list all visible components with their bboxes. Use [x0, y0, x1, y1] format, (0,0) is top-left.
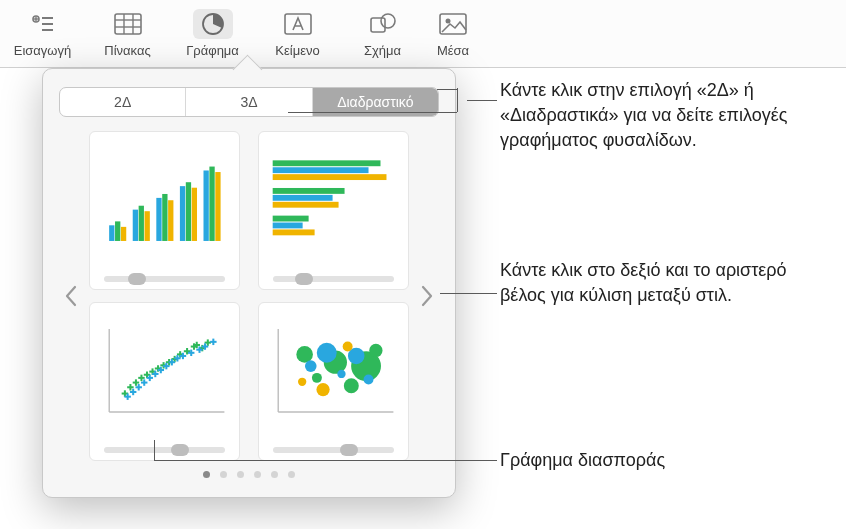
svg-rect-30	[209, 167, 214, 241]
toolbar-label: Μέσα	[437, 43, 469, 58]
svg-rect-32	[273, 160, 381, 166]
callout-scatter: Γράφημα διασποράς	[500, 448, 665, 473]
page-dot[interactable]	[271, 471, 278, 478]
segment-2d[interactable]: 2Δ	[60, 88, 186, 116]
page-dot[interactable]	[288, 471, 295, 478]
image-icon	[433, 9, 473, 39]
gallery-next-arrow[interactable]	[415, 276, 439, 316]
toolbar-label: Γράφημα	[186, 43, 239, 58]
svg-point-108	[312, 373, 322, 383]
table-icon	[108, 9, 148, 39]
svg-point-119	[316, 383, 329, 396]
toolbar-shape[interactable]: Σχήμα	[340, 0, 425, 67]
bubble-chart-icon	[269, 313, 398, 428]
svg-point-16	[446, 19, 451, 24]
chart-popover: 2Δ 3Δ Διαδραστικό	[42, 68, 456, 498]
toolbar-table[interactable]: Πίνακας	[85, 0, 170, 67]
toolbar-label: Πίνακας	[104, 43, 150, 58]
svg-rect-25	[168, 200, 173, 241]
svg-rect-37	[273, 202, 339, 208]
svg-rect-21	[139, 206, 144, 241]
svg-rect-36	[273, 195, 333, 201]
style-slider[interactable]	[273, 273, 394, 283]
svg-rect-6	[115, 14, 141, 34]
chart-tile-scatter[interactable]	[89, 302, 240, 461]
chart-tile-bubble[interactable]	[258, 302, 409, 461]
vertical-bar-chart-icon	[100, 142, 229, 257]
svg-rect-38	[273, 216, 309, 222]
svg-rect-17	[109, 225, 114, 241]
pie-chart-icon	[193, 9, 233, 39]
svg-rect-26	[180, 186, 185, 241]
toolbar-text[interactable]: Κείμενο	[255, 0, 340, 67]
callouts: Κάντε κλικ στην επιλογή «2Δ» ή «Διαδραστ…	[470, 0, 846, 529]
shapes-icon	[363, 9, 403, 39]
svg-rect-22	[145, 211, 150, 241]
chart-gallery	[59, 131, 439, 461]
callout-text: Γράφημα διασποράς	[500, 448, 665, 473]
svg-rect-40	[273, 229, 315, 235]
svg-rect-20	[133, 210, 138, 241]
svg-point-117	[364, 374, 374, 384]
svg-rect-28	[192, 188, 197, 241]
page-dot[interactable]	[237, 471, 244, 478]
svg-point-14	[381, 14, 395, 28]
svg-rect-35	[273, 188, 345, 194]
toolbar-label: Σχήμα	[364, 43, 401, 58]
page-dot[interactable]	[254, 471, 261, 478]
scatter-chart-icon	[100, 313, 229, 428]
horizontal-bar-chart-icon	[269, 142, 398, 257]
text-box-icon	[278, 9, 318, 39]
callout-arrows: Κάντε κλικ στο δεξιό και το αριστερό βέλ…	[500, 258, 830, 308]
gallery-grid	[83, 131, 415, 461]
svg-point-107	[296, 346, 313, 363]
svg-rect-19	[121, 227, 126, 241]
style-slider[interactable]	[104, 444, 225, 454]
callout-text: Κάντε κλικ στο δεξιό και το αριστερό βέλ…	[500, 258, 830, 308]
svg-rect-23	[156, 198, 161, 241]
page-dots	[59, 471, 439, 478]
svg-point-112	[369, 344, 382, 357]
svg-point-113	[305, 360, 317, 372]
svg-point-110	[344, 378, 359, 393]
style-slider[interactable]	[273, 444, 394, 454]
svg-rect-29	[203, 170, 208, 240]
svg-rect-39	[273, 223, 303, 229]
toolbar-label: Εισαγωγή	[14, 43, 71, 58]
callout-text: Κάντε κλικ στην επιλογή «2Δ» ή «Διαδραστ…	[500, 78, 830, 154]
style-slider[interactable]	[104, 273, 225, 283]
svg-rect-31	[215, 172, 220, 241]
svg-rect-18	[115, 221, 120, 241]
gallery-prev-arrow[interactable]	[59, 276, 83, 316]
callout-segments: Κάντε κλικ στην επιλογή «2Δ» ή «Διαδραστ…	[500, 78, 830, 154]
svg-point-118	[298, 378, 306, 386]
svg-rect-33	[273, 167, 369, 173]
svg-point-115	[337, 370, 345, 378]
page-dot[interactable]	[220, 471, 227, 478]
chart-tile-vertical-bar[interactable]	[89, 131, 240, 290]
chart-tile-horizontal-bar[interactable]	[258, 131, 409, 290]
page-dot[interactable]	[203, 471, 210, 478]
svg-rect-27	[186, 182, 191, 241]
plus-list-icon	[23, 9, 63, 39]
svg-point-120	[343, 342, 353, 352]
svg-rect-24	[162, 194, 167, 241]
svg-point-114	[317, 343, 337, 363]
toolbar-chart[interactable]: Γράφημα	[170, 0, 255, 67]
toolbar-insert[interactable]: Εισαγωγή	[0, 0, 85, 67]
toolbar-label: Κείμενο	[275, 43, 319, 58]
svg-rect-34	[273, 174, 387, 180]
